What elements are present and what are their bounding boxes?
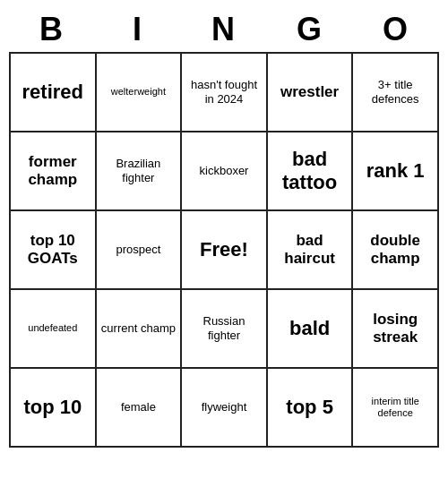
bingo-cell-r3-c3[interactable]: bald bbox=[268, 290, 354, 369]
bingo-cell-r3-c4[interactable]: losing streak bbox=[353, 290, 439, 369]
bingo-cell-r2-c0[interactable]: top 10 GOATs bbox=[11, 211, 97, 290]
cell-text-r0-c2: hasn't fought in 2024 bbox=[185, 78, 263, 106]
header-letter-B: B bbox=[9, 7, 95, 52]
bingo-cell-r1-c4[interactable]: rank 1 bbox=[353, 132, 439, 211]
bingo-cell-r4-c3[interactable]: top 5 bbox=[268, 369, 354, 448]
bingo-cell-r3-c1[interactable]: current champ bbox=[97, 290, 183, 369]
bingo-cell-r0-c0[interactable]: retired bbox=[11, 54, 97, 132]
cell-text-r1-c3: bad tattoo bbox=[271, 148, 349, 195]
cell-text-r0-c1: welterweight bbox=[111, 86, 166, 98]
bingo-cell-r2-c4[interactable]: double champ bbox=[353, 211, 439, 290]
cell-text-r2-c0: top 10 GOATs bbox=[14, 232, 91, 269]
cell-text-r3-c1: current champ bbox=[101, 321, 176, 336]
cell-text-r2-c1: prospect bbox=[116, 243, 160, 257]
header-letter-N: N bbox=[181, 7, 267, 52]
header-letter-G: G bbox=[267, 7, 353, 52]
bingo-cell-r3-c2[interactable]: Russian fighter bbox=[182, 290, 268, 369]
header-letter-I: I bbox=[95, 7, 181, 52]
bingo-header: BINGO bbox=[9, 7, 439, 52]
bingo-grid: retiredwelterweighthasn't fought in 2024… bbox=[9, 52, 439, 448]
bingo-cell-r0-c3[interactable]: wrestler bbox=[268, 54, 354, 132]
cell-text-r3-c0: undefeated bbox=[28, 322, 77, 334]
bingo-cell-r3-c0[interactable]: undefeated bbox=[11, 290, 97, 369]
bingo-cell-r2-c3[interactable]: bad haircut bbox=[268, 211, 354, 290]
bingo-cell-r2-c1[interactable]: prospect bbox=[97, 211, 183, 290]
cell-text-r3-c3: bald bbox=[289, 317, 330, 340]
cell-text-r4-c3: top 5 bbox=[286, 396, 333, 419]
cell-text-r1-c2: kickboxer bbox=[200, 164, 249, 178]
bingo-cell-r4-c1[interactable]: female bbox=[97, 369, 183, 448]
cell-text-r1-c0: former champ bbox=[14, 153, 91, 190]
bingo-cell-r4-c2[interactable]: flyweight bbox=[182, 369, 268, 448]
cell-text-r3-c2: Russian fighter bbox=[185, 314, 263, 342]
cell-text-r4-c2: flyweight bbox=[202, 400, 247, 414]
bingo-cell-r4-c4[interactable]: interim title defence bbox=[353, 369, 439, 448]
bingo-cell-r0-c1[interactable]: welterweight bbox=[97, 54, 183, 132]
bingo-cell-r0-c2[interactable]: hasn't fought in 2024 bbox=[182, 54, 268, 132]
bingo-card: BINGO retiredwelterweighthasn't fought i… bbox=[9, 7, 439, 448]
cell-text-r4-c1: female bbox=[121, 400, 156, 414]
cell-text-r1-c1: Brazilian fighter bbox=[100, 157, 177, 184]
cell-text-r4-c0: top 10 bbox=[23, 396, 82, 419]
bingo-cell-r0-c4[interactable]: 3+ title defences bbox=[353, 54, 439, 132]
bingo-cell-r1-c1[interactable]: Brazilian fighter bbox=[97, 132, 183, 211]
cell-text-r0-c0: retired bbox=[22, 81, 83, 104]
cell-text-r0-c3: wrestler bbox=[280, 83, 339, 101]
cell-text-r4-c4: interim title defence bbox=[357, 396, 434, 419]
cell-text-r0-c4: 3+ title defences bbox=[357, 78, 434, 106]
bingo-cell-r1-c2[interactable]: kickboxer bbox=[182, 132, 268, 211]
header-letter-O: O bbox=[353, 7, 439, 52]
cell-text-r2-c2: Free! bbox=[200, 238, 248, 261]
cell-text-r2-c4: double champ bbox=[357, 232, 434, 269]
cell-text-r3-c4: losing streak bbox=[357, 311, 434, 347]
bingo-cell-r1-c0[interactable]: former champ bbox=[11, 132, 97, 211]
bingo-cell-r2-c2[interactable]: Free! bbox=[182, 211, 268, 290]
cell-text-r1-c4: rank 1 bbox=[366, 159, 425, 183]
bingo-cell-r1-c3[interactable]: bad tattoo bbox=[268, 132, 354, 211]
cell-text-r2-c3: bad haircut bbox=[271, 232, 349, 269]
bingo-cell-r4-c0[interactable]: top 10 bbox=[11, 369, 97, 448]
